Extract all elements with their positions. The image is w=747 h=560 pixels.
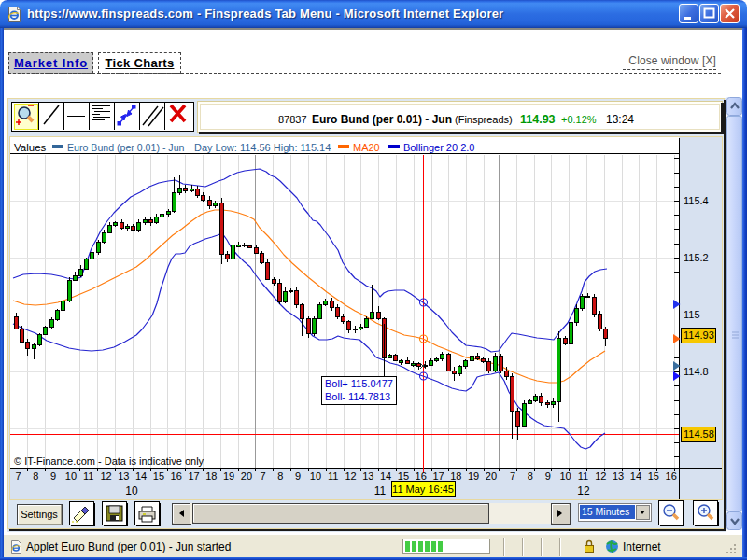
svg-text:Day Low: 114.56 High: 115.14: Day Low: 114.56 High: 115.14 xyxy=(194,142,331,153)
svg-text:115.4: 115.4 xyxy=(684,195,709,206)
svg-text:16: 16 xyxy=(416,470,427,482)
svg-text:13: 13 xyxy=(613,470,624,482)
svg-text:+0.12%: +0.12% xyxy=(561,114,597,125)
svg-text:18: 18 xyxy=(205,470,217,482)
svg-text:114.93: 114.93 xyxy=(520,113,556,126)
svg-text:10: 10 xyxy=(125,484,138,497)
svg-text:11: 11 xyxy=(578,470,588,482)
svg-text:10: 10 xyxy=(65,470,77,482)
svg-text:13: 13 xyxy=(362,470,374,482)
svg-text:7: 7 xyxy=(15,470,21,482)
svg-text:114.8: 114.8 xyxy=(684,366,709,377)
svg-text:12: 12 xyxy=(577,484,590,497)
svg-text:15: 15 xyxy=(648,470,659,482)
svg-text:10: 10 xyxy=(310,470,321,482)
svg-text:19: 19 xyxy=(223,470,234,482)
svg-text:7: 7 xyxy=(510,470,515,482)
svg-text:17: 17 xyxy=(432,470,444,482)
svg-text:11: 11 xyxy=(83,470,93,482)
svg-text:9: 9 xyxy=(545,470,551,482)
svg-text:11 May 16:45: 11 May 16:45 xyxy=(392,483,454,495)
svg-text:MA20: MA20 xyxy=(353,142,380,153)
svg-text:Euro Bund (per 0.01) - Jun: Euro Bund (per 0.01) - Jun xyxy=(67,142,185,153)
svg-text:8: 8 xyxy=(33,470,38,482)
svg-text:13: 13 xyxy=(118,470,129,482)
svg-text:© IT-Finance.com - Data is ind: © IT-Finance.com - Data is indicative on… xyxy=(14,455,204,467)
svg-text:Bollinger 20 2.0: Bollinger 20 2.0 xyxy=(403,142,474,153)
svg-text:Euro Bund (per 0.01) - Jun: Euro Bund (per 0.01) - Jun xyxy=(312,113,452,126)
svg-text:12: 12 xyxy=(100,470,111,482)
svg-text:11: 11 xyxy=(328,470,338,482)
svg-text:Boll+ 115.0477: Boll+ 115.0477 xyxy=(325,378,393,389)
svg-text:114.93: 114.93 xyxy=(684,329,714,341)
svg-text:17: 17 xyxy=(188,470,199,482)
svg-text:Values: Values xyxy=(14,142,47,153)
svg-text:18: 18 xyxy=(450,470,461,482)
svg-text:14: 14 xyxy=(630,470,641,482)
svg-text:14: 14 xyxy=(135,470,147,482)
svg-text:10: 10 xyxy=(559,470,571,482)
svg-text:12: 12 xyxy=(345,470,356,482)
svg-text:115: 115 xyxy=(684,309,700,320)
svg-text:(Finspreads): (Finspreads) xyxy=(455,114,513,125)
svg-text:15: 15 xyxy=(398,470,409,482)
svg-text:12: 12 xyxy=(595,470,606,482)
svg-text:13:24: 13:24 xyxy=(606,113,634,126)
svg-text:15: 15 xyxy=(153,470,164,482)
svg-text:16: 16 xyxy=(666,470,677,482)
svg-text:115.2: 115.2 xyxy=(684,252,709,263)
svg-text:7: 7 xyxy=(260,470,265,482)
svg-text:19: 19 xyxy=(468,470,479,482)
svg-text:Settings: Settings xyxy=(21,509,58,520)
svg-text:20: 20 xyxy=(486,470,497,482)
svg-text:114.58: 114.58 xyxy=(684,428,714,440)
svg-text:9: 9 xyxy=(295,470,301,482)
svg-text:Boll- 114.7813: Boll- 114.7813 xyxy=(325,391,390,402)
svg-text:8: 8 xyxy=(528,470,533,482)
svg-text:20: 20 xyxy=(241,470,252,482)
svg-text:87837: 87837 xyxy=(278,114,307,125)
svg-text:9: 9 xyxy=(50,470,56,482)
svg-text:11: 11 xyxy=(374,484,387,497)
svg-text:8: 8 xyxy=(277,470,283,482)
svg-text:15 Minutes: 15 Minutes xyxy=(582,506,629,517)
svg-text:16: 16 xyxy=(171,470,182,482)
svg-text:14: 14 xyxy=(380,470,391,482)
